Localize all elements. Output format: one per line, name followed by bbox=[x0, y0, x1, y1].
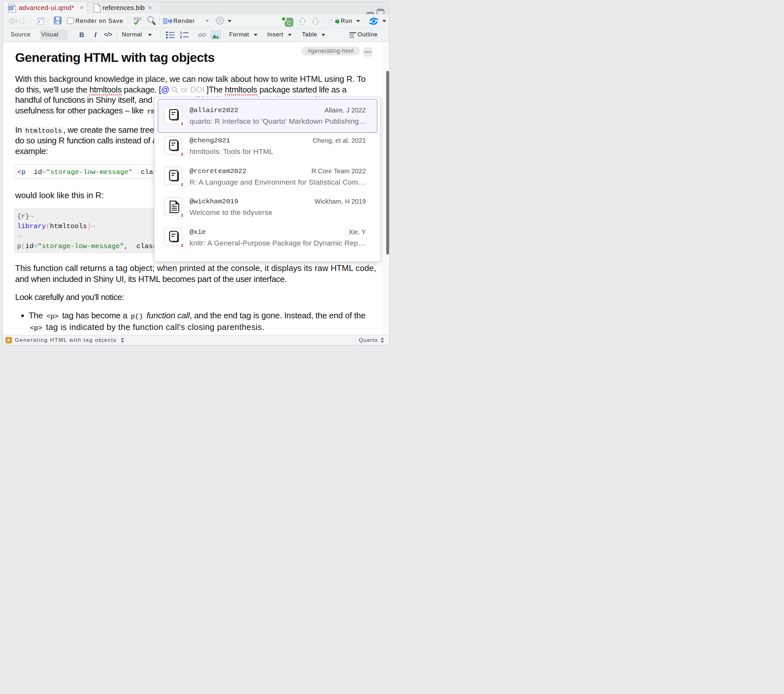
svg-text:C: C bbox=[287, 20, 291, 26]
svg-text:2: 2 bbox=[180, 35, 182, 39]
svg-text:1: 1 bbox=[180, 31, 182, 35]
